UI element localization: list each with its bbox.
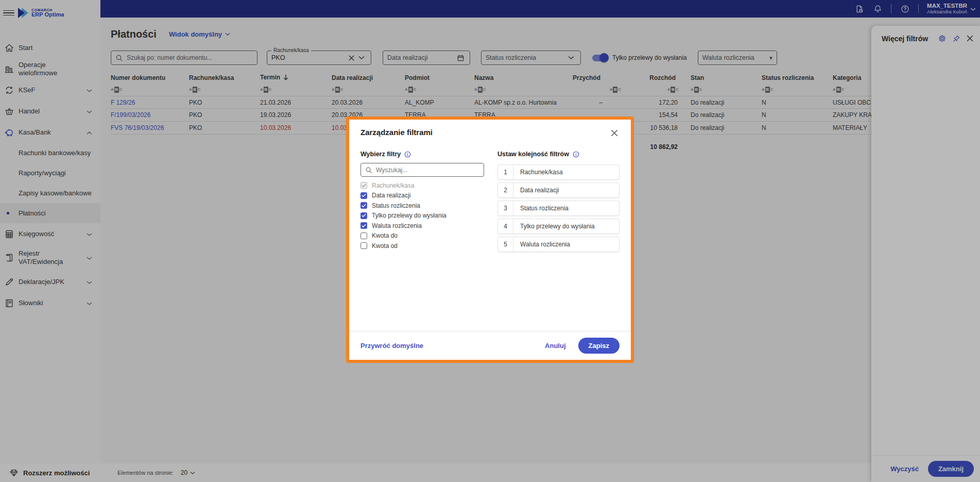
filter-order-item[interactable]: 2 Data realizacji [497,182,620,198]
checkbox-checked-icon [360,202,367,209]
filter-checkbox-status-rozliczenia[interactable]: Status rozliczenia [360,201,484,211]
cancel-button[interactable]: Anuluj [545,342,565,350]
checkbox-checked-icon [360,222,367,229]
info-icon[interactable] [404,151,411,158]
checkbox-unchecked-icon [360,232,367,239]
info-icon[interactable] [573,151,579,158]
filter-checkbox-waluta-rozliczenia[interactable]: Waluta rozliczenia [360,221,484,231]
checkbox-checked-icon [360,192,367,199]
filter-management-dialog: Zarządzanie filtrami Wybierz filtry [346,117,634,363]
select-filters-heading: Wybierz filtry [360,151,401,158]
filter-checkbox-data-realizacji[interactable]: Data realizacji [360,191,484,201]
checkbox-checked-icon [360,212,367,219]
modal-search-wrapper[interactable] [360,163,484,177]
filter-order-item[interactable]: 5 Waluta rozliczenia [497,237,620,252]
checkbox-checked-disabled-icon [360,182,367,189]
filter-checkbox-kwota-od[interactable]: Kwota od [360,241,484,251]
dialog-title: Zarządzanie filtrami [360,128,433,137]
filter-checkbox-rachunek-kasa[interactable]: Rachunek/kasa [360,180,484,191]
checkbox-unchecked-icon [360,242,367,249]
save-button[interactable]: Zapisz [578,338,620,354]
search-icon [365,167,372,174]
modal-search-input[interactable] [376,167,479,174]
filter-order-item[interactable]: 4 Tylko przelewy do wysłania [497,219,620,234]
filter-order-heading: Ustaw kolejność filtrów [497,151,569,158]
filter-order-item[interactable]: 1 Rachunek/kasa [497,164,620,180]
filter-order-item[interactable]: 3 Status rozliczenia [497,201,620,216]
restore-defaults-button[interactable]: Przywróć domyślne [360,342,423,350]
app-window: MAX_TESTBR Aleksandra Kuboń COMARCH ERP … [0,0,980,482]
filter-checkbox-tylko-przelewy[interactable]: Tylko przelewy do wysłania [360,211,484,221]
close-icon[interactable] [609,128,620,138]
filter-checkbox-kwota-do[interactable]: Kwota do [360,231,484,241]
